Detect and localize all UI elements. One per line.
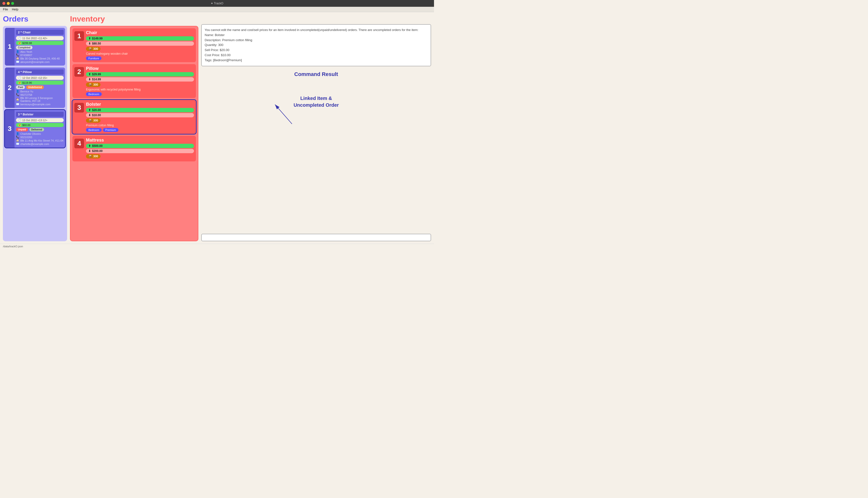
inv-cost-price-1: ⬇ $80.50 xyxy=(86,41,194,46)
menu-help[interactable]: Help xyxy=(12,8,18,11)
inv-number-2: 2 xyxy=(74,67,84,77)
order-phone-3: 📞 93210283 xyxy=(16,135,64,139)
inv-tags-1: Furniture xyxy=(86,56,194,60)
order-price-2: 💰 $119.96 xyxy=(16,81,64,85)
inv-cost-price-2: ⬇ $14.99 xyxy=(86,77,194,81)
close-button[interactable] xyxy=(2,2,5,5)
inv-qty-4: 📦 300 xyxy=(86,154,101,158)
statusbar-path: /data/trackO.json xyxy=(3,245,23,248)
inv-sell-price-1: ⬆ $149.99 xyxy=(86,36,194,41)
inv-details-1: Chair ⬆ $149.99 ⬇ $80.50 xyxy=(86,30,194,60)
order-price-3: 💰 $60.00 xyxy=(16,123,64,127)
down-arrow-icon: ⬇ xyxy=(88,114,91,117)
inv-qty-1: 📦 300 xyxy=(86,47,101,51)
money-icon: 💰 xyxy=(18,123,21,127)
box-icon: 📦 xyxy=(88,47,92,51)
inventory-item-4[interactable]: 4 Mattress ⬆ $500.00 ⬇ $200.00 xyxy=(73,136,196,161)
command-input[interactable] xyxy=(201,234,431,241)
minimize-button[interactable] xyxy=(7,2,10,5)
right-panel: You cannot edit the name and cost/sell p… xyxy=(201,14,431,241)
inv-cost-row-4: ⬇ $200.00 xyxy=(86,149,194,153)
menu-file[interactable]: File xyxy=(3,8,8,11)
order-title-2: 4 * Pillow xyxy=(16,69,64,75)
maximize-button[interactable] xyxy=(11,2,14,5)
statusbar: /data/trackO.json xyxy=(0,244,434,249)
order-item-2[interactable]: 2 4 * Pillow 🕐 12 Oct 2022 <12:15> 💰 $11… xyxy=(5,67,65,108)
up-arrow-icon: ⬆ xyxy=(88,73,91,76)
inv-number-3: 3 xyxy=(74,103,84,113)
order-status-row-3: Unpaid Delivered xyxy=(16,128,64,131)
order-address-3: 🏠 Blk 11 Ang Mo Kio Street 74, #11-04 xyxy=(16,139,64,142)
email-icon: ✉️ xyxy=(16,142,20,145)
order-email-2: ✉️ berniceyu@example.com xyxy=(16,103,64,106)
order-status-row-2: Paid Undelivered xyxy=(16,86,64,89)
order-details-2: 4 * Pillow 🕐 12 Oct 2022 <12:15> 💰 $119.… xyxy=(14,67,65,108)
person-icon: 👤 xyxy=(16,90,20,93)
order-email-1: ✉️ alexyeoh@example.com xyxy=(16,60,64,63)
inv-qty-2: 📦 300 xyxy=(86,82,101,87)
person-icon: 👤 xyxy=(16,50,20,53)
app-title: ✦ TrackO xyxy=(211,2,223,5)
inventory-item-2[interactable]: 2 Pillow ⬆ $29.99 ⬇ $14.99 xyxy=(73,64,196,98)
money-icon: 💰 xyxy=(18,41,21,44)
inv-tag-bedroom-2: Bedroom xyxy=(86,92,102,96)
order-number-2: 2 xyxy=(5,67,14,108)
email-icon: ✉️ xyxy=(16,60,20,63)
info-text: You cannot edit the name and cost/sell p… xyxy=(205,28,418,62)
inv-sell-row-1: ⬆ $149.99 xyxy=(86,36,194,41)
inv-desc-2: Ergonomic with recycled polystyrene fill… xyxy=(86,88,194,91)
status-delivered-3: Delivered xyxy=(29,128,44,131)
status-undelivered-2: Undelivered xyxy=(26,86,44,89)
phone-icon: 📞 xyxy=(16,53,20,57)
order-status-row-1: Completed xyxy=(16,46,64,49)
down-arrow-icon: ⬇ xyxy=(88,149,91,153)
inventory-item-3[interactable]: 3 Bolster ⬆ $20.00 ⬇ $10.00 xyxy=(73,100,196,134)
home-icon: 🏠 xyxy=(16,98,20,101)
down-arrow-icon: ⬇ xyxy=(88,42,91,45)
order-item-3[interactable]: 3 3 * Bolster 🕐 13 Oct 2022 <13:12> 💰 $6… xyxy=(5,110,65,148)
up-arrow-icon: ⬆ xyxy=(88,37,91,40)
inv-name-4: Mattress xyxy=(86,138,194,143)
inv-tag-bedroom-3: Bedroom xyxy=(86,128,102,132)
inv-cost-row-3: ⬇ $10.00 xyxy=(86,113,194,117)
order-name-1: 👤 Alex Yeoh xyxy=(16,50,64,53)
info-box: You cannot edit the name and cost/sell p… xyxy=(201,24,431,66)
command-input-wrapper xyxy=(201,234,431,241)
order-details-1: 2 * Chair 🕐 11 Oct 2022 <11:42> 💰 $299.9… xyxy=(14,28,65,66)
inv-sell-price-4: ⬆ $500.00 xyxy=(86,144,194,148)
order-item-1[interactable]: 1 2 * Chair 🕐 11 Oct 2022 <11:42> 💰 $299… xyxy=(5,28,65,66)
money-icon: 💰 xyxy=(18,81,21,84)
order-name-2: 👤 Bernice Yu xyxy=(16,90,64,93)
box-icon: 📦 xyxy=(88,83,92,87)
order-title-3: 3 * Bolster xyxy=(16,112,64,117)
order-phone-1: 📞 87438807 xyxy=(16,53,64,57)
order-email-3: ✉️ charlotte@example.com xyxy=(16,142,64,145)
inv-cost-price-4: ⬇ $200.00 xyxy=(86,149,194,153)
order-number-3: 3 xyxy=(5,110,14,148)
inventory-header: Inventory xyxy=(70,14,199,24)
inv-tag-furniture: Furniture xyxy=(86,56,101,60)
inventory-item-1[interactable]: 1 Chair ⬆ $149.99 ⬇ $80.50 xyxy=(73,28,196,62)
email-icon: ✉️ xyxy=(16,103,20,106)
main-content: Orders 1 2 * Chair 🕐 11 Oct 2022 <11:42>… xyxy=(0,12,434,244)
up-arrow-icon: ⬆ xyxy=(88,144,91,148)
order-name-3: 👤 Charlotte Oliveiro xyxy=(16,132,64,135)
inv-sell-price-2: ⬆ $29.99 xyxy=(86,72,194,77)
up-arrow-icon: ⬆ xyxy=(88,108,91,112)
box-icon: 📦 xyxy=(88,119,92,122)
home-icon: 🏠 xyxy=(16,57,20,60)
inventory-list: 1 Chair ⬆ $149.99 ⬇ $80.50 xyxy=(70,26,199,241)
clock-icon: 🕐 xyxy=(18,76,21,79)
annotation-area: Linked Item &Uncompleted Order xyxy=(201,80,431,129)
inv-cost-row-2: ⬇ $14.99 xyxy=(86,77,194,81)
inv-details-3: Bolster ⬆ $20.00 ⬇ $10.00 xyxy=(86,102,194,132)
home-icon: 🏠 xyxy=(16,139,20,142)
order-phone-2: 📞 99272758 xyxy=(16,93,64,96)
order-date-1: 🕐 11 Oct 2022 <11:42> xyxy=(16,36,64,40)
orders-panel: Orders 1 2 * Chair 🕐 11 Oct 2022 <11:42>… xyxy=(3,14,67,241)
orders-header: Orders xyxy=(3,14,67,24)
box-icon: 📦 xyxy=(88,155,92,158)
order-address-1: 🏠 Blk 30 Geylang Street 29, #06-40 xyxy=(16,57,64,60)
window-controls xyxy=(2,2,14,5)
order-price-1: 💰 $299.98 xyxy=(16,41,64,45)
